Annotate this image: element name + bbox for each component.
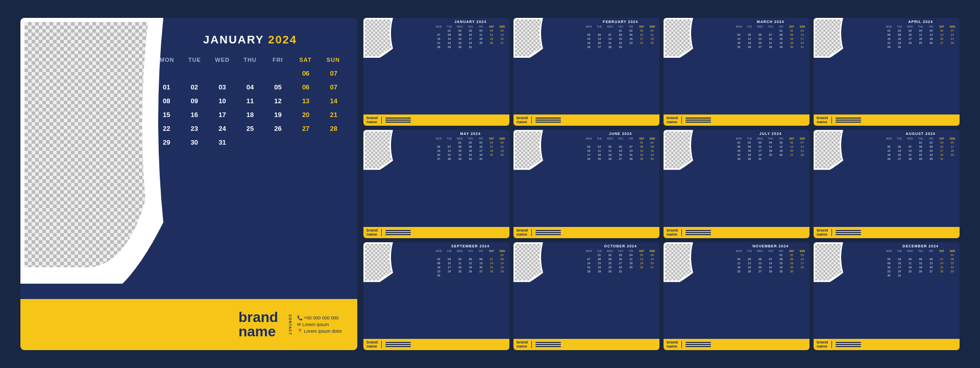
day-15: 13 — [292, 95, 320, 107]
mini-day — [926, 45, 937, 49]
mini-day — [615, 141, 626, 145]
mini-day: 04 — [915, 29, 926, 33]
mini-day: 07 — [905, 145, 916, 149]
day-sun: SUN — [320, 57, 347, 63]
mini-day: 08 — [455, 145, 465, 149]
mini-day: 30 — [884, 273, 894, 278]
mini-contact-line — [685, 346, 711, 347]
mini-day: 14 — [765, 261, 776, 265]
mini-cal-7: JULY 2024MONTUEWEDTHUFRISATSUN0102030405… — [664, 130, 810, 238]
mini-days-grid: 0102030405060708091011121314151617181920… — [884, 253, 958, 278]
mini-day-name: TUE — [444, 25, 455, 28]
mini-day: 18 — [915, 37, 926, 41]
mini-day — [884, 253, 894, 257]
mini-day: 02 — [787, 29, 797, 33]
mini-day: 22 — [594, 265, 605, 269]
mini-day: 28 — [765, 45, 776, 49]
day-empty: 00 — [264, 136, 291, 149]
mini-day: 20 — [937, 37, 947, 41]
mini-day: 13 — [755, 37, 766, 41]
mini-day-name: MON — [733, 137, 744, 140]
mini-photo-section: JULY 2024MONTUEWEDTHUFRISATSUN0102030405… — [664, 130, 810, 226]
mini-day: 11 — [476, 33, 486, 37]
mini-day: 04 — [455, 257, 465, 261]
year-highlight: 2024 — [268, 33, 297, 46]
mini-contact-line — [535, 346, 561, 347]
mini-day-name: TUE — [744, 137, 755, 140]
mini-day: 10 — [755, 145, 766, 149]
mini-day: 11 — [765, 145, 776, 149]
mini-day: 29 — [776, 269, 787, 273]
mini-brand: brandname — [667, 116, 678, 124]
mini-contact-line — [836, 346, 861, 347]
mini-day: 18 — [594, 153, 605, 157]
mini-day — [765, 253, 776, 257]
mini-day-name: FRI — [926, 249, 937, 252]
mini-day: 12 — [486, 33, 497, 37]
mini-day: 28 — [444, 157, 455, 161]
mini-day: 15 — [455, 149, 465, 153]
mini-day: 15 — [776, 261, 787, 265]
mini-day: 25 — [915, 41, 926, 45]
mini-day: 23 — [455, 41, 465, 45]
mini-day: 01 — [497, 253, 507, 257]
mini-day: 19 — [915, 265, 926, 269]
mini-day: 19 — [497, 149, 507, 153]
mini-day: 29 — [947, 269, 958, 273]
mini-photo-section: FEBRUARY 2024MONTUEWEDTHUFRISATSUN 01020… — [513, 18, 659, 114]
mini-day: 11 — [455, 261, 465, 265]
mini-contact-line — [535, 344, 561, 345]
mini-day: 15 — [776, 37, 787, 41]
day-26: 24 — [209, 122, 236, 135]
mini-contact-line — [685, 344, 711, 345]
mini-day: 14 — [433, 37, 444, 41]
day-13: 11 — [237, 95, 264, 107]
day-empty: 00 — [264, 67, 291, 80]
mini-day-name: FRI — [476, 137, 486, 140]
mini-day — [594, 141, 605, 145]
mini-day: 12 — [926, 33, 937, 37]
mini-day: 02 — [744, 141, 755, 145]
mini-day: 04 — [947, 141, 958, 145]
mini-photo-section: APRIL 2024MONTUEWEDTHUFRISATSUN010203040… — [814, 18, 960, 114]
mini-day-name: SAT — [636, 25, 647, 28]
day-3: 01 — [153, 81, 180, 94]
mini-day: 10 — [894, 261, 905, 265]
mini-day: 20 — [647, 261, 657, 265]
mini-brand: brandname — [517, 228, 528, 237]
mini-cal-2: FEBRUARY 2024MONTUEWEDTHUFRISATSUN 01020… — [513, 18, 659, 126]
mini-day — [465, 253, 476, 257]
day-1: 06 — [292, 67, 320, 80]
mini-day-name: THU — [915, 249, 926, 252]
mini-day: 02 — [465, 141, 476, 145]
mini-day — [915, 253, 926, 257]
mini-day-name: THU — [915, 25, 926, 28]
mini-day: 30 — [744, 157, 755, 161]
mini-day: 14 — [797, 145, 807, 149]
mini-brand: brandname — [366, 228, 378, 237]
mini-contact-line — [385, 118, 411, 119]
mini-day: 10 — [476, 145, 486, 149]
mini-day: 25 — [647, 41, 657, 45]
mini-day — [476, 253, 486, 257]
day-12: 10 — [209, 95, 236, 107]
day-empty: 00 — [292, 136, 320, 149]
mini-photo-section: MAY 2024MONTUEWEDTHUFRISATSUN 0102030405… — [363, 130, 509, 226]
mini-day-name: WED — [905, 137, 916, 140]
mini-day: 26 — [636, 265, 647, 269]
mini-day: 26 — [465, 269, 476, 273]
mini-day-name: TUE — [444, 249, 455, 252]
mini-day-name: FRI — [926, 137, 937, 140]
day-empty: 00 — [237, 67, 264, 80]
mini-contact-line — [836, 122, 861, 123]
mini-day: 30 — [605, 269, 616, 273]
mini-cal-5: MAY 2024MONTUEWEDTHUFRISATSUN 0102030405… — [363, 130, 509, 238]
mini-day-name: MON — [583, 137, 594, 140]
mini-day: 12 — [465, 261, 476, 265]
mini-day: 08 — [733, 145, 744, 149]
day-14: 12 — [264, 95, 291, 107]
mini-day: 01 — [776, 29, 787, 33]
mini-day: 23 — [787, 41, 797, 45]
mini-day-name: THU — [765, 25, 776, 28]
mini-day: 08 — [497, 257, 507, 261]
